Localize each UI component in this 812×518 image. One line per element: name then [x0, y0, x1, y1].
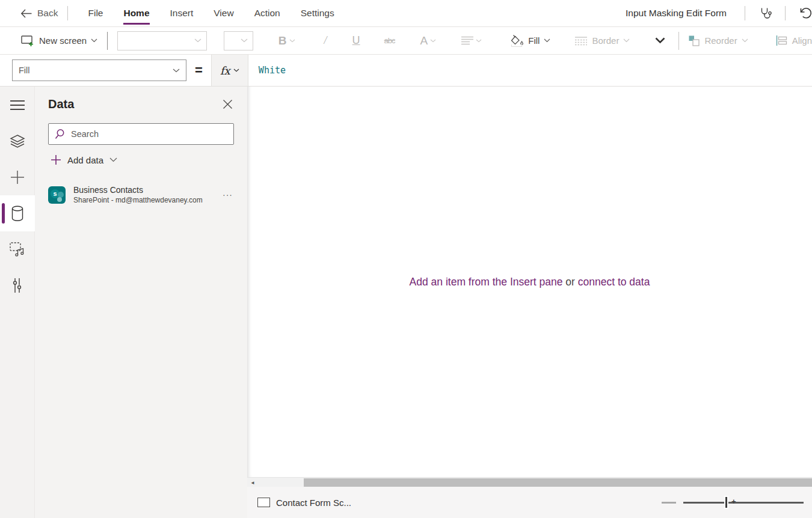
screen-thumbnail-icon — [257, 498, 270, 507]
font-color-button[interactable]: A — [420, 34, 437, 47]
hamburger-icon — [10, 97, 25, 113]
insert-pane-link[interactable]: Add an item from the Insert pane — [410, 276, 563, 288]
canvas-column: Add an item from the Insert pane or conn… — [247, 87, 812, 518]
app-canvas[interactable]: Add an item from the Insert pane or conn… — [247, 87, 812, 477]
titlebar-divider — [745, 6, 745, 20]
menu-home[interactable]: Home — [123, 2, 149, 25]
menu-file[interactable]: File — [88, 2, 103, 25]
italic-button[interactable]: / — [324, 34, 327, 47]
fill-button[interactable]: Fill — [509, 34, 550, 47]
chevron-down-icon — [194, 38, 201, 43]
data-source-list: s Business Contacts SharePoint - md@matt… — [35, 178, 247, 211]
left-navigation-rail — [0, 87, 35, 518]
zoom-in-glyph[interactable]: + — [731, 497, 736, 506]
text-align-button[interactable] — [461, 36, 482, 45]
ribbon-toolbar: New screen B / U abc — [0, 26, 812, 55]
search-icon — [55, 129, 66, 139]
align-objects-icon — [776, 35, 788, 46]
rail-insert[interactable] — [0, 159, 35, 195]
chevron-down-icon — [544, 38, 550, 43]
font-size-dropdown[interactable] — [224, 31, 253, 50]
underline-button[interactable]: U — [352, 34, 360, 47]
close-data-panel-button[interactable] — [221, 98, 234, 111]
powerapps-studio-window: Back File Home Insert View Action Settin… — [0, 0, 812, 518]
sliders-icon — [11, 278, 23, 293]
scrollbar-thumb[interactable] — [304, 478, 812, 487]
font-color-glyph: A — [420, 34, 428, 47]
equals-sign: = — [195, 62, 203, 78]
data-panel-header: Data — [35, 97, 247, 111]
toolbar-divider — [107, 32, 108, 50]
zoom-out-button[interactable] — [662, 502, 676, 504]
scroll-left-arrow[interactable]: ◄ — [248, 478, 257, 487]
data-source-name: Business Contacts — [73, 185, 221, 195]
rail-data[interactable] — [0, 195, 35, 231]
empty-canvas-message: Add an item from the Insert pane or conn… — [247, 276, 812, 288]
titlebar-divider-2 — [785, 6, 786, 20]
bold-glyph: B — [278, 34, 287, 47]
fx-dropdown[interactable]: fx — [211, 55, 248, 86]
more-options-button[interactable]: ··· — [221, 190, 234, 200]
align-button[interactable]: Align — [776, 35, 812, 46]
content-area: Data Search Add data — [0, 87, 812, 518]
menu-settings[interactable]: Settings — [301, 2, 334, 25]
new-screen-button[interactable]: New screen — [21, 35, 97, 47]
align-label: Align — [792, 35, 812, 46]
rail-media[interactable] — [0, 231, 35, 267]
undo-icon — [799, 7, 812, 20]
bold-button[interactable]: B — [278, 34, 295, 47]
stethoscope-icon — [758, 7, 772, 20]
property-dropdown[interactable]: Fill — [12, 59, 186, 81]
chevron-down-icon — [109, 157, 117, 162]
current-screen-label: Contact Form Sc... — [276, 498, 351, 508]
formula-value: White — [259, 65, 286, 76]
rail-advanced-tools[interactable] — [0, 267, 35, 303]
add-plus-icon — [51, 154, 61, 165]
undo-button[interactable] — [795, 3, 812, 23]
rail-expand-menu[interactable] — [0, 87, 35, 123]
back-button[interactable]: Back — [20, 8, 58, 19]
strikethrough-button[interactable]: abc — [384, 36, 395, 45]
formula-input[interactable]: White — [248, 55, 812, 86]
layers-icon — [10, 135, 25, 148]
data-panel: Data Search Add data — [35, 87, 247, 518]
zoom-slider[interactable]: + — [683, 502, 804, 504]
reorder-button[interactable]: Reorder — [689, 35, 748, 46]
menu-insert[interactable]: Insert — [170, 2, 194, 25]
chevron-down-icon — [91, 38, 97, 43]
zoom-slider-thumb[interactable] — [724, 496, 728, 509]
status-bar: Contact Form Sc... + — [247, 487, 812, 518]
font-family-dropdown[interactable] — [117, 31, 207, 50]
formula-bar: Fill = fx White — [0, 55, 812, 87]
add-data-label: Add data — [67, 155, 103, 165]
menu-action[interactable]: Action — [254, 2, 280, 25]
connect-to-data-link[interactable]: connect to data — [578, 276, 650, 288]
chevron-down-icon — [623, 38, 630, 43]
or-text: or — [562, 276, 577, 288]
border-icon — [574, 36, 588, 46]
reorder-label: Reorder — [704, 35, 737, 46]
reorder-icon — [689, 35, 700, 46]
close-icon — [223, 99, 233, 109]
chevron-down-icon — [742, 38, 748, 43]
horizontal-scrollbar[interactable]: ◄ — [247, 477, 812, 487]
data-source-text: Business Contacts SharePoint - md@matthe… — [73, 185, 221, 204]
add-data-button[interactable]: Add data — [51, 154, 234, 165]
fill-bucket-icon — [509, 34, 524, 47]
ribbon-expand-button[interactable] — [655, 37, 665, 44]
italic-glyph: / — [324, 34, 327, 47]
menu-view[interactable]: View — [214, 2, 233, 25]
app-title: Input Masking Edit Form — [626, 8, 727, 19]
menu-divider — [67, 6, 68, 20]
data-source-item[interactable]: s Business Contacts SharePoint - md@matt… — [35, 178, 247, 211]
border-label: Border — [592, 35, 619, 46]
current-screen-chip[interactable]: Contact Form Sc... — [257, 498, 351, 508]
titlebar-right: Input Masking Edit Form — [626, 3, 812, 23]
border-button[interactable]: Border — [574, 35, 630, 46]
app-checker-button[interactable] — [755, 3, 775, 23]
rail-tree-view[interactable] — [0, 123, 35, 159]
search-input[interactable]: Search — [48, 123, 234, 145]
toolbar-divider-2 — [678, 32, 679, 50]
media-icon — [10, 242, 25, 257]
new-screen-icon — [21, 35, 35, 47]
